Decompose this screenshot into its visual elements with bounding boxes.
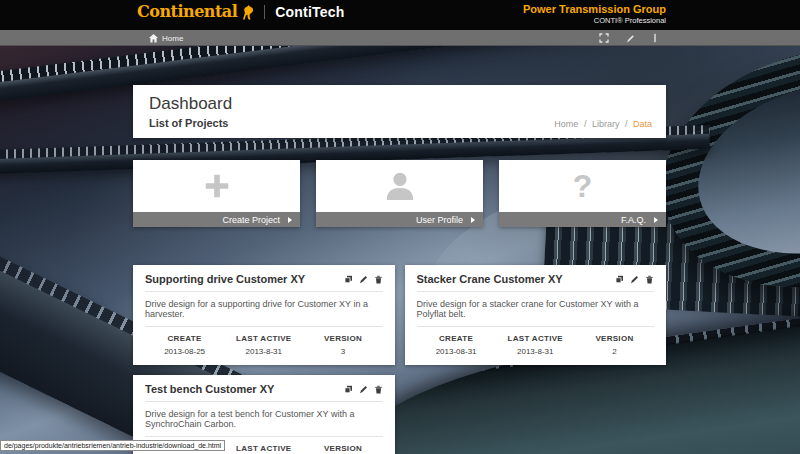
create-project-label: Create Project [222,215,280,225]
app-header: Continental ContiTech Power Transmission… [0,0,800,30]
page-title: Dashboard [149,93,650,114]
brand-divider [264,5,265,19]
project-card-stacker-crane[interactable]: Stacker Crane Customer XY [405,265,667,365]
continental-horse-icon [241,5,254,20]
pencil-icon [626,34,635,43]
text-cursor-icon [652,33,658,43]
user-profile-label: User Profile [416,215,463,225]
nav-bar: Home [0,30,800,46]
project-description: Drive design for a test bench for Custom… [145,402,383,437]
user-icon [383,170,417,202]
continental-logo[interactable]: Continental ContiTech [137,4,345,20]
text-cursor-button[interactable] [652,33,658,43]
last-active-value: 2013-8-31 [224,347,303,356]
group-subtitle: CONTI® Professional [523,16,666,26]
quick-actions-row: Create Project User Profile [133,160,666,227]
main-content: Dashboard List of Projects Home / Librar… [133,46,666,454]
edit-icon[interactable] [359,385,368,394]
faq-card[interactable]: ? F.A.Q. [499,160,666,227]
project-title: Supporting drive Customer XY [145,273,305,285]
breadcrumb: Home / Library / Data [551,119,652,129]
version-header: VERSION [575,334,654,343]
faq-label: F.A.Q. [621,215,646,225]
plus-icon [202,171,232,201]
create-value: 2013-08-25 [145,347,224,356]
arrow-right-icon [654,217,658,223]
dashboard-panel: Dashboard List of Projects Home / Librar… [133,85,666,138]
group-identity: Power Transmission Group CONTI® Professi… [523,3,666,26]
project-description: Drive design for a stacker crane for Cus… [417,292,655,327]
version-header: VERSION [303,334,382,343]
copy-icon[interactable] [344,275,353,284]
create-project-button[interactable]: Create Project [133,212,300,227]
user-profile-button[interactable]: User Profile [316,212,483,227]
last-active-header: LAST ACTIVE [224,334,303,343]
contitech-wordmark: ContiTech [275,4,344,20]
breadcrumb-library[interactable]: Library [592,119,620,129]
bg-belt-ring-inner [680,57,800,279]
project-card-supporting-drive[interactable]: Supporting drive Customer XY [133,265,395,365]
edit-icon[interactable] [359,275,368,284]
question-icon: ? [573,170,593,202]
version-header: VERSION [303,444,382,453]
delete-icon[interactable] [374,275,383,284]
project-actions [615,275,654,284]
arrow-right-icon [288,217,292,223]
project-meta-table: CREATE 2013-08-31 LAST ACTIVE 2013-8-31 … [417,327,655,365]
project-title: Stacker Crane Customer XY [417,273,563,285]
breadcrumb-separator: / [584,119,587,129]
fullscreen-icon [599,33,609,43]
edit-icon[interactable] [630,275,639,284]
project-description: Drive design for a supporting drive for … [145,292,383,327]
version-value: 2 [575,347,654,356]
last-active-value: 2013-8-31 [496,347,575,356]
home-icon [149,34,158,43]
fullscreen-button[interactable] [599,33,609,43]
user-profile-card[interactable]: User Profile [316,160,483,227]
projects-grid: Supporting drive Customer XY [133,265,666,454]
create-header: CREATE [417,334,496,343]
continental-wordmark: Continental [137,4,237,20]
copy-icon[interactable] [615,275,624,284]
nav-home-link[interactable]: Home [149,34,183,43]
breadcrumb-data-active[interactable]: Data [633,119,652,129]
group-title: Power Transmission Group [523,3,666,15]
project-title: Test bench Customer XY [145,383,274,395]
arrow-right-icon [471,217,475,223]
last-active-header: LAST ACTIVE [224,444,303,453]
breadcrumb-home[interactable]: Home [554,119,578,129]
create-value: 2013-08-31 [417,347,496,356]
copy-icon[interactable] [344,385,353,394]
create-project-card[interactable]: Create Project [133,160,300,227]
nav-home-label: Home [162,34,183,43]
faq-button[interactable]: F.A.Q. [499,212,666,227]
app-window: Continental ContiTech Power Transmission… [0,0,800,454]
last-active-header: LAST ACTIVE [496,334,575,343]
breadcrumb-separator: / [625,119,628,129]
create-header: CREATE [145,334,224,343]
status-bar-link-preview: de/pages/produkte/antriebsriemen/antrieb… [0,440,225,451]
edit-button[interactable] [626,34,635,43]
delete-icon[interactable] [645,275,654,284]
project-actions [344,275,383,284]
delete-icon[interactable] [374,385,383,394]
project-actions [344,385,383,394]
project-meta-table: CREATE 2013-08-25 LAST ACTIVE 2013-8-31 … [145,327,383,365]
version-value: 3 [303,347,382,356]
